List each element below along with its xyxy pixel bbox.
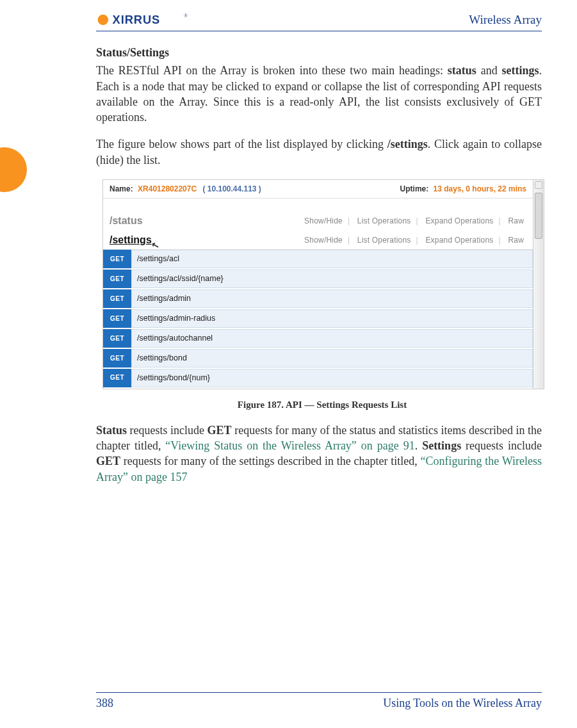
paragraph-1: The RESTful API on the Array is broken i… bbox=[96, 63, 542, 125]
paragraph-2: The figure below shows part of the list … bbox=[96, 136, 542, 168]
text: and bbox=[476, 64, 502, 77]
action-expandops[interactable]: Expand Operations bbox=[423, 216, 496, 225]
header-title: Wireless Array bbox=[469, 13, 542, 27]
svg-text:®: ® bbox=[184, 13, 188, 19]
text-bold: /settings bbox=[387, 138, 428, 150]
op-row[interactable]: GET /settings/acl/ssid/{name} bbox=[103, 270, 533, 289]
text-bold: GET bbox=[207, 424, 232, 437]
text: The RESTful API on the Array is broken i… bbox=[96, 64, 448, 77]
op-path: /settings/acl/ssid/{name} bbox=[131, 270, 533, 288]
op-row[interactable]: GET /settings/acl bbox=[103, 250, 533, 270]
get-badge: GET bbox=[103, 250, 131, 268]
page-number: 388 bbox=[96, 697, 113, 710]
text-bold: Settings bbox=[422, 439, 461, 452]
action-showhide[interactable]: Show/Hide bbox=[302, 236, 345, 245]
section-heading: Status/Settings bbox=[96, 45, 542, 60]
margin-tab-decoration bbox=[0, 147, 27, 192]
action-showhide[interactable]: Show/Hide bbox=[302, 216, 345, 225]
scrollbar[interactable] bbox=[533, 180, 544, 389]
get-badge: GET bbox=[103, 369, 131, 387]
text: requests include bbox=[127, 424, 207, 437]
get-badge: GET bbox=[103, 309, 131, 328]
uptime-value: 13 days, 0 hours, 22 mins bbox=[434, 184, 526, 193]
status-node[interactable]: /status bbox=[110, 214, 143, 228]
screenshot-header: Name: XR4012802207C ( 10.100.44.113 ) Up… bbox=[103, 180, 533, 198]
action-listops[interactable]: List Operations bbox=[355, 236, 414, 245]
op-row[interactable]: GET /settings/admin-radius bbox=[103, 309, 533, 329]
op-row[interactable]: GET /settings/bond/{num} bbox=[103, 369, 533, 389]
get-badge: GET bbox=[103, 289, 131, 308]
settings-actions: Show/Hide| List Operations| Expand Opera… bbox=[302, 235, 526, 245]
footer-title: Using Tools on the Wireless Array bbox=[383, 697, 542, 710]
op-row[interactable]: GET /settings/admin bbox=[103, 289, 533, 309]
ip-value: ( 10.100.44.113 ) bbox=[202, 184, 261, 193]
text-bold: settings bbox=[501, 64, 539, 77]
name-value: XR4012802207C bbox=[138, 184, 197, 193]
settings-node-row: /settings ↖ Show/Hide| List Operations| … bbox=[103, 229, 533, 248]
operations-list: GET /settings/acl GET /settings/acl/ssid… bbox=[103, 249, 533, 388]
op-row[interactable]: GET /settings/bond bbox=[103, 349, 533, 369]
settings-node[interactable]: /settings ↖ bbox=[110, 233, 152, 247]
text-bold: GET bbox=[96, 455, 120, 467]
op-path: /settings/acl bbox=[131, 250, 533, 268]
op-path: /settings/bond bbox=[131, 349, 533, 368]
op-path: /settings/bond/{num} bbox=[131, 369, 533, 387]
op-path: /settings/autochannel bbox=[131, 329, 533, 348]
op-path: /settings/admin-radius bbox=[131, 309, 533, 328]
page-content: Status/Settings The RESTful API on the A… bbox=[96, 38, 542, 496]
figure-caption: Figure 187. API — Settings Requests List bbox=[102, 398, 542, 411]
text: requests for many of the settings descri… bbox=[120, 455, 421, 467]
status-node-row: /status Show/Hide| List Operations| Expa… bbox=[103, 210, 533, 229]
name-label: Name: bbox=[110, 184, 133, 193]
text-bold: status bbox=[448, 64, 476, 77]
svg-point-0 bbox=[98, 15, 109, 26]
figure-187: Name: XR4012802207C ( 10.100.44.113 ) Up… bbox=[102, 179, 542, 411]
page-header: XIRRUS ® Wireless Array bbox=[96, 13, 542, 31]
text-bold: Status bbox=[96, 424, 127, 437]
status-actions: Show/Hide| List Operations| Expand Opera… bbox=[302, 216, 526, 226]
op-path: /settings/admin bbox=[131, 289, 533, 308]
uptime-label: Uptime: bbox=[400, 184, 429, 193]
action-raw[interactable]: Raw bbox=[505, 216, 526, 225]
xref-link[interactable]: “Viewing Status on the Wireless Array” o… bbox=[165, 439, 414, 452]
op-row[interactable]: GET /settings/autochannel bbox=[103, 329, 533, 349]
svg-text:XIRRUS: XIRRUS bbox=[113, 13, 161, 26]
settings-node-label: /settings bbox=[110, 234, 152, 245]
action-listops[interactable]: List Operations bbox=[355, 216, 414, 225]
text: . bbox=[415, 439, 422, 452]
xirrus-logo: XIRRUS ® bbox=[96, 13, 192, 27]
action-expandops[interactable]: Expand Operations bbox=[423, 236, 496, 245]
api-screenshot: Name: XR4012802207C ( 10.100.44.113 ) Up… bbox=[102, 179, 544, 389]
get-badge: GET bbox=[103, 329, 131, 348]
text: requests include bbox=[461, 439, 542, 452]
action-raw[interactable]: Raw bbox=[505, 236, 526, 245]
paragraph-3: Status requests include GET requests for… bbox=[96, 423, 542, 485]
page-footer: 388 Using Tools on the Wireless Array bbox=[96, 692, 542, 710]
get-badge: GET bbox=[103, 349, 131, 368]
get-badge: GET bbox=[103, 270, 131, 288]
text: The figure below shows part of the list … bbox=[96, 138, 387, 150]
